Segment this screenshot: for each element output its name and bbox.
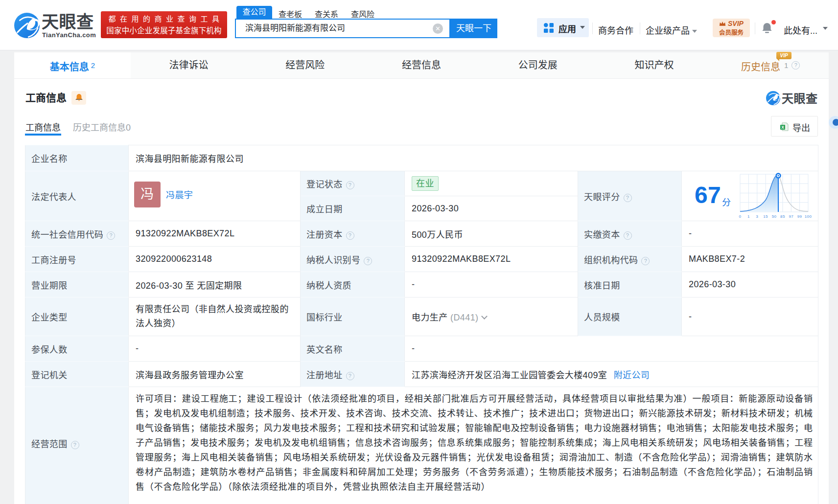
svg-text:15: 15 bbox=[763, 214, 768, 219]
svg-text:3: 3 bbox=[756, 214, 758, 219]
svg-text:X: X bbox=[781, 125, 784, 130]
svg-text:1: 1 bbox=[747, 214, 750, 219]
svg-text:97: 97 bbox=[789, 214, 793, 219]
svg-text:100: 100 bbox=[805, 214, 812, 219]
svg-text:50: 50 bbox=[772, 214, 777, 219]
svg-text:0: 0 bbox=[739, 214, 742, 219]
svg-text:99: 99 bbox=[797, 214, 802, 219]
svg-text:85: 85 bbox=[780, 214, 785, 219]
